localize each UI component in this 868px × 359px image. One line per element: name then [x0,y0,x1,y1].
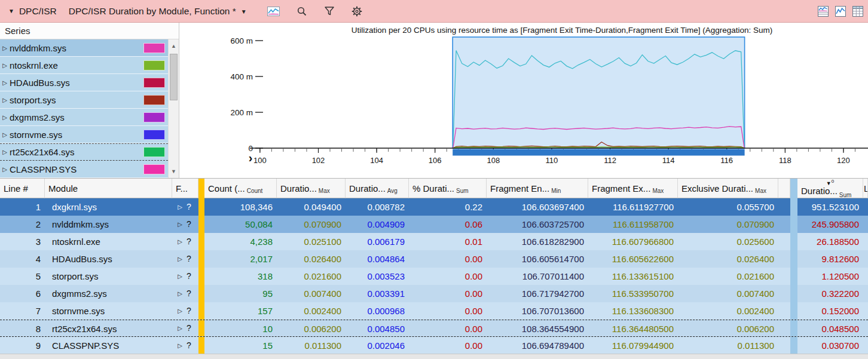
series-item[interactable]: ▷nvlddmkm.sys [0,39,168,57]
cell-line: 9 [0,337,45,354]
bar-yellow-divider [198,216,204,233]
expand-icon[interactable]: ▷ [175,320,185,336]
table-row[interactable]: 2nvlddmkm.sys▷?50,0840.0709000.0049090.0… [0,216,868,233]
aggregation-label: Sum [456,188,469,194]
collapse-view-icon[interactable]: ▼ [8,8,14,14]
axis-expand-icon[interactable]: › [249,151,253,164]
expand-icon[interactable]: ▷ [175,216,185,233]
cell-frag_ex: 116.611958700 [588,216,678,233]
cell-dur_max: 0.002400 [277,302,346,320]
table-row[interactable]: 1dxgkrnl.sys▷?108,3460.0494000.0087820.2… [0,198,868,216]
column-header-count[interactable]: Count (...Count [204,179,277,198]
column-header-line[interactable]: Line # [0,179,45,198]
expand-icon[interactable]: ▷ [175,233,185,250]
chart-and-table-view-icon[interactable] [818,6,829,17]
cell-count: 95 [204,285,277,302]
expand-icon[interactable]: ▷ [175,250,185,268]
cell-spacer [778,198,790,216]
column-header-pct_sum[interactable]: % Durati...Sum [409,179,487,198]
bar-blue-divider [790,198,797,216]
column-header-dur_avg[interactable]: Duratio...Avg [346,179,409,198]
expand-icon[interactable]: ▷ [175,337,185,354]
table-row[interactable]: 4HDAudBus.sys▷?2,0170.0264000.0048640.00… [0,250,868,268]
cell-module: rt25cx21x64.sys [45,320,172,336]
series-item[interactable]: ▷stornvme.sys [0,126,168,143]
cell-cut [863,285,868,302]
horizontal-scrollbar[interactable] [0,354,868,359]
cell-spacer [778,302,790,320]
series-item[interactable]: ▷CLASSPNP.SYS [0,161,168,178]
x-axis-label: 118 [779,156,791,165]
expand-icon[interactable]: ▷ [0,62,10,69]
aggregation-label: Count [247,188,263,194]
column-header-excl[interactable]: Exclusive Durati...Max [678,179,778,198]
expand-icon[interactable]: ▷ [175,302,185,320]
cell-pct_sum: 0.00 [409,268,487,285]
chart-only-view-icon[interactable] [835,6,846,17]
expand-icon[interactable]: ▷ [0,114,10,121]
column-header-frag_en[interactable]: Fragment En...Min [487,179,588,198]
filter-icon[interactable] [324,6,335,17]
expand-icon[interactable]: ▷ [0,79,10,86]
unknown-function-glyph: ? [187,302,191,320]
series-item[interactable]: ▷storport.sys [0,91,168,109]
cell-line: 7 [0,302,45,320]
series-label: storport.sys [10,95,141,105]
cell-dur_sum: 1.120500 [797,268,863,285]
expand-icon[interactable]: ▷ [175,268,185,285]
column-header-dur_sum[interactable]: ▼0Duratio...Sum [797,179,863,198]
series-item[interactable]: ▷ntoskrnl.exe [0,57,168,74]
aggregation-label: Avg [387,188,398,194]
graph-preview-icon[interactable] [267,6,280,17]
column-header-frag_ex[interactable]: Fragment Ex...Max [588,179,678,198]
table-row[interactable]: 7stornvme.sys▷?1570.0024000.0009680.0010… [0,302,868,320]
table-row[interactable]: 8rt25cx21x64.sys▷?100.0062000.0048500.00… [0,320,868,337]
scrollbar-thumb[interactable] [170,54,178,100]
bar-yellow-divider [198,285,204,302]
scroll-down-icon[interactable]: ▼ [169,166,179,177]
series-item[interactable]: ▷rt25cx21x64.sys [0,143,168,161]
expand-icon[interactable]: ▷ [175,198,185,216]
table-only-view-icon[interactable] [852,6,863,17]
unknown-function-glyph: ? [187,198,191,216]
chart-selection-region[interactable] [453,37,744,148]
x-axis-selection-bar[interactable] [453,149,744,156]
cell-excl: 0.055700 [678,198,778,216]
expand-icon[interactable]: ▷ [0,131,10,138]
expand-icon[interactable]: ▷ [0,149,10,155]
cell-frag_en: 106.694789400 [487,337,588,354]
bar-yellow-divider [198,233,204,250]
column-header-func[interactable]: F... [172,179,198,198]
cell-dur_max: 0.011300 [277,337,346,354]
expand-icon[interactable]: ▷ [175,285,185,302]
cell-frag_en: 106.707011400 [487,268,588,285]
column-header-module[interactable]: Module [45,179,172,198]
settings-gear-icon[interactable] [352,6,362,17]
table-row[interactable]: 9CLASSPNP.SYS▷?150.0113000.0020460.00106… [0,337,868,354]
scroll-up-icon[interactable]: ▲ [169,41,179,51]
expand-icon[interactable]: ▷ [0,97,10,103]
expand-icon[interactable]: ▷ [0,45,10,51]
table-row[interactable]: 3ntoskrnl.exe▷?4,2380.0251000.0061790.01… [0,233,868,250]
column-header-cut[interactable]: L [863,179,868,198]
expand-icon[interactable]: ▷ [0,166,10,173]
series-panel-header: Series [0,23,179,39]
series-scrollbar[interactable]: ▲ ▼ [168,39,179,178]
series-item[interactable]: ▷HDAudBus.sys [0,74,168,91]
utilization-chart-panel[interactable]: Utilization per 20 CPUs using resource t… [179,23,868,178]
table-row[interactable]: 5storport.sys▷?3180.0216000.0035230.0010… [0,268,868,285]
series-panel: Series ▷nvlddmkm.sys▷ntoskrnl.exe▷HDAudB… [0,23,179,178]
search-icon[interactable] [297,6,307,17]
cell-count: 10 [204,320,277,336]
bar-yellow-divider [198,320,204,336]
cell-spacer [778,233,790,250]
cell-dur_max: 0.049400 [277,198,346,216]
graph-group-label[interactable]: DPC/ISR [19,6,57,17]
view-title-dropdown[interactable]: DPC/ISR Duration by Module, Function * ▼ [69,6,247,17]
cell-dur_avg: 0.004850 [346,320,409,336]
series-item[interactable]: ▷dxgmms2.sys [0,109,168,126]
column-header-spacer[interactable] [778,179,790,198]
table-row[interactable]: 6dxgmms2.sys▷?950.0074000.0033910.00106.… [0,285,868,302]
cell-pct_sum: 0.00 [409,302,487,320]
column-header-dur_max[interactable]: Duratio...Max [277,179,346,198]
